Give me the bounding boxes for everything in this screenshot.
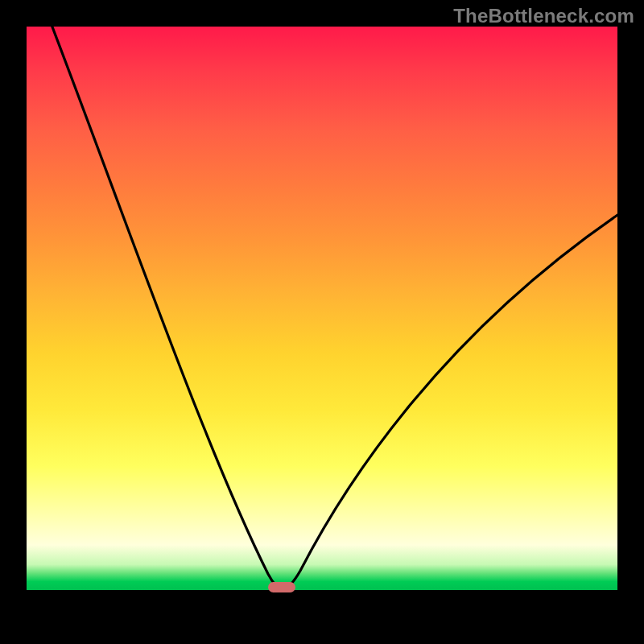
bottleneck-marker [268, 582, 295, 592]
watermark-text: TheBottleneck.com [453, 5, 634, 27]
chart-gradient-background [27, 27, 617, 590]
chart-area [27, 27, 617, 617]
